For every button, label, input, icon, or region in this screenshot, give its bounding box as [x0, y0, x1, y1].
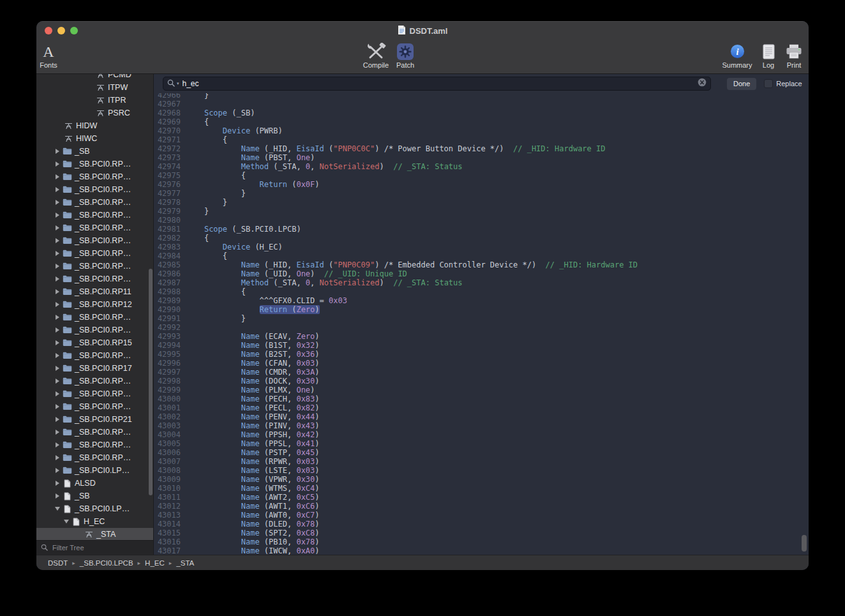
tree-item-_sb.pci0.rp[interactable]: _SB.PCI0.RP…	[36, 439, 153, 451]
tree-item-_sb.pci0.rp[interactable]: _SB.PCI0.RP…	[36, 222, 153, 234]
tree-item-_sb.pci0.rp21[interactable]: _SB.PCI0.RP21	[36, 413, 153, 426]
sidebar-scrollbar-thumb[interactable]	[149, 269, 153, 495]
disclosure-collapsed-icon[interactable]	[53, 238, 62, 243]
code-line[interactable]: 42978 }	[154, 198, 809, 207]
code-line[interactable]: 42973 Name (PBST, One)	[154, 153, 809, 162]
disclosure-collapsed-icon[interactable]	[53, 162, 62, 167]
code-line[interactable]: 43004 Name (PPSH, 0x42)	[154, 430, 809, 439]
tree-item-hidw[interactable]: HIDW	[36, 119, 153, 132]
tree-item-_sb.pci0.rp[interactable]: _SB.PCI0.RP…	[36, 260, 153, 273]
disclosure-collapsed-icon[interactable]	[53, 493, 62, 499]
tree-item-_sb.pci0.rp[interactable]: _SB.PCI0.RP…	[36, 400, 153, 413]
tree-item-_sb.pci0.rp[interactable]: _SB.PCI0.RP…	[36, 170, 153, 183]
code-line[interactable]: 42985 Name (_HID, EisaId ("PNP0C09") /* …	[154, 260, 809, 269]
disclosure-collapsed-icon[interactable]	[53, 225, 62, 230]
disclosure-collapsed-icon[interactable]	[53, 455, 62, 460]
replace-checkbox[interactable]	[764, 79, 773, 88]
disclosure-collapsed-icon[interactable]	[53, 289, 62, 294]
code-line[interactable]: 43008 Name (LSTE, 0x03)	[154, 466, 809, 475]
code-line[interactable]: 42974 Method (_STA, 0, NotSerialized) //…	[154, 162, 809, 171]
disclosure-collapsed-icon[interactable]	[53, 340, 62, 345]
code-line[interactable]: 42966 }	[154, 93, 809, 100]
clear-search-icon[interactable]	[698, 78, 707, 89]
print-button[interactable]: Print	[776, 42, 809, 69]
code-line[interactable]: 43016 Name (PB10, 0x78)	[154, 537, 809, 546]
tree-item-_sb.pci0.rp[interactable]: _SB.PCI0.RP…	[36, 387, 153, 400]
disclosure-collapsed-icon[interactable]	[53, 468, 62, 473]
code-line[interactable]: 42972 Name (_HID, EisaId ("PNP0C0C") /* …	[154, 144, 809, 153]
fonts-button[interactable]: A Fonts	[36, 42, 66, 69]
code-line[interactable]: 42986 Name (_UID, One) // _UID: Unique I…	[154, 269, 809, 278]
code-line[interactable]: 43017 Name (IWCW, 0xA0)	[154, 546, 809, 555]
code-line[interactable]: 42968 Scope (_SB)	[154, 109, 809, 117]
tree-item-_sb[interactable]: _SB	[36, 490, 153, 502]
code-editor[interactable]: 42966 }42967 42968 Scope (_SB)42969 {429…	[154, 93, 809, 555]
code-line[interactable]: 42982 {	[154, 234, 809, 243]
tree-item-_sb.pci0.lp[interactable]: _SB.PCI0.LP…	[36, 464, 153, 477]
tree-item-_sb.pci0.rp[interactable]: _SB.PCI0.RP…	[36, 234, 153, 247]
code-line[interactable]: 42988 {	[154, 287, 809, 296]
disclosure-collapsed-icon[interactable]	[53, 251, 62, 256]
disclosure-collapsed-icon[interactable]	[53, 379, 62, 384]
code-line[interactable]: 43001 Name (PECL, 0x82)	[154, 403, 809, 412]
code-line[interactable]: 43003 Name (PINV, 0x43)	[154, 421, 809, 430]
code-line[interactable]: 42998 Name (DOCK, 0x30)	[154, 377, 809, 386]
tree-item-_sb.pci0.rp12[interactable]: _SB.PCI0.RP12	[36, 298, 153, 311]
tree-item-_sb.pci0.rp[interactable]: _SB.PCI0.RP…	[36, 158, 153, 170]
disclosure-collapsed-icon[interactable]	[53, 430, 62, 435]
disclosure-collapsed-icon[interactable]	[53, 391, 62, 396]
titlebar[interactable]: DSDT.aml	[36, 21, 809, 40]
disclosure-collapsed-icon[interactable]	[53, 417, 62, 422]
filter-tree-input[interactable]	[51, 543, 149, 552]
code-line[interactable]: 43012 Name (AWT1, 0xC6)	[154, 502, 809, 511]
tree-item-hiwc[interactable]: HIWC	[36, 132, 153, 145]
code-line[interactable]: 43015 Name (SPT2, 0xC8)	[154, 529, 809, 537]
disclosure-expanded-icon[interactable]	[53, 507, 62, 511]
disclosure-collapsed-icon[interactable]	[53, 149, 62, 154]
code-line[interactable]: 43010 Name (WTMS, 0xC4)	[154, 484, 809, 493]
code-line[interactable]: 42967	[154, 100, 809, 109]
disclosure-collapsed-icon[interactable]	[53, 481, 62, 486]
tree-item-_sb.pci0.rp[interactable]: _SB.PCI0.RP…	[36, 349, 153, 362]
code-line[interactable]: 43011 Name (AWT2, 0xC5)	[154, 493, 809, 502]
summary-button[interactable]: i Summary	[719, 42, 755, 69]
code-line[interactable]: 42981 Scope (_SB.PCI0.LPCB)	[154, 225, 809, 234]
code-line[interactable]: 42997 Name (CMDR, 0x3A)	[154, 368, 809, 377]
code-line[interactable]: 42976 Return (0x0F)	[154, 180, 809, 189]
code-line[interactable]: 42969 {	[154, 117, 809, 126]
tree-item-_sb.pci0.rp[interactable]: _SB.PCI0.RP…	[36, 183, 153, 196]
disclosure-collapsed-icon[interactable]	[53, 353, 62, 358]
disclosure-collapsed-icon[interactable]	[53, 315, 62, 320]
code-line[interactable]: 42984 {	[154, 252, 809, 260]
search-menu-chevron-icon[interactable]: ▾	[177, 81, 179, 86]
tree-item-_sb.pci0.rp[interactable]: _SB.PCI0.RP…	[36, 324, 153, 336]
code-line[interactable]: 43007 Name (RPWR, 0x03)	[154, 457, 809, 466]
tree-item-_sb[interactable]: _SB	[36, 145, 153, 158]
disclosure-collapsed-icon[interactable]	[53, 213, 62, 218]
tree-item-_sb.pci0.rp[interactable]: _SB.PCI0.RP…	[36, 273, 153, 285]
code-line[interactable]: 42980	[154, 216, 809, 225]
done-button[interactable]: Done	[727, 78, 756, 90]
minimize-button[interactable]	[57, 27, 65, 34]
code-line[interactable]: 42979 }	[154, 207, 809, 216]
tree-item-_sb.pci0.rp[interactable]: _SB.PCI0.RP…	[36, 426, 153, 439]
disclosure-collapsed-icon[interactable]	[53, 442, 62, 447]
code-line[interactable]: 43013 Name (AWT0, 0xC7)	[154, 511, 809, 520]
tree-item-_sb.pci0.rp[interactable]: _SB.PCI0.RP…	[36, 247, 153, 260]
tree-item-_sb.pci0.rp[interactable]: _SB.PCI0.RP…	[36, 311, 153, 324]
code-line[interactable]: 42987 Method (_STA, 0, NotSerialized) //…	[154, 278, 809, 287]
disclosure-collapsed-icon[interactable]	[53, 264, 62, 269]
tree-item-h_ec[interactable]: H_EC	[36, 515, 153, 528]
path-segment[interactable]: H_EC	[145, 559, 165, 567]
tree-item-psrc[interactable]: PSRC	[36, 107, 153, 119]
tree-item-pcmd[interactable]: PCMD	[36, 74, 153, 81]
patch-button[interactable]: Patch	[387, 42, 423, 69]
disclosure-expanded-icon[interactable]	[62, 520, 71, 523]
tree-item-itpw[interactable]: ITPW	[36, 81, 153, 94]
code-line[interactable]: 42989 ^^^GFX0.CLID = 0x03	[154, 296, 809, 305]
tree-item-_sb.pci0.rp[interactable]: _SB.PCI0.RP…	[36, 375, 153, 387]
code-line[interactable]: 42977 }	[154, 189, 809, 198]
tree-item-_sb.pci0.rp[interactable]: _SB.PCI0.RP…	[36, 196, 153, 209]
find-input[interactable]	[181, 79, 696, 89]
code-line[interactable]: 43006 Name (PSTP, 0x45)	[154, 448, 809, 457]
